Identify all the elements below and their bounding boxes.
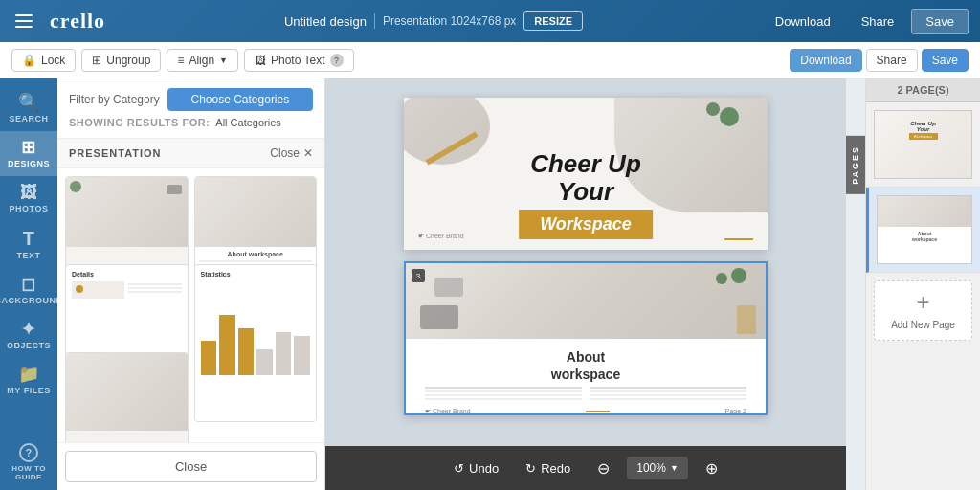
lock-button[interactable]: 🔒 Lock (11, 49, 76, 72)
align-icon: ≡ (177, 54, 184, 67)
canvas-bottom-bar: ↺ Undo ↻ Redo ⊖ 100% ▼ ⊕ (325, 446, 846, 490)
canvas-page-1[interactable]: Cheer Up Your Workspace ☛ Cheer Brand (404, 98, 768, 250)
page-thumb-inner-2: 2 Aboutworkspace (877, 195, 972, 264)
header-left: crello (11, 9, 105, 33)
photo-text-icon: 🖼 (255, 54, 266, 67)
download-button[interactable]: Download (762, 10, 844, 33)
undo-icon: ↺ (454, 461, 464, 476)
photo-text-button[interactable]: 🖼 Photo Text ? (244, 49, 353, 72)
app-logo: crello (50, 9, 105, 33)
filter-row: Filter by Category Choose Categories (69, 88, 313, 111)
design-thumb-4[interactable]: Statistics (194, 264, 318, 422)
save-button[interactable]: Save (911, 9, 969, 34)
page2-text-area: About workspace (406, 339, 766, 413)
right-panel-container: PAGES 2 PAGE(S) 1 Cheer UpYour Workspace (846, 78, 980, 490)
resize-button[interactable]: RESIZE (523, 11, 583, 31)
page2-content: 3 About workspace (406, 263, 766, 413)
page1-content: Cheer Up Your Workspace ☛ Cheer Brand (404, 98, 768, 250)
redo-button[interactable]: ↻ Redo (516, 456, 580, 481)
background-icon: ◻ (21, 276, 36, 293)
toolbar-right-actions: Download Share Save (790, 49, 969, 72)
designs-icon: ⊞ (21, 139, 36, 156)
sidebar-item-background[interactable]: ◻ BACKGROUND (0, 268, 57, 313)
text-icon: T (23, 229, 35, 248)
redo-icon: ↻ (525, 461, 536, 476)
sidebar-item-myfiles[interactable]: 📁 MY FILES (0, 358, 57, 403)
zoom-in-button[interactable]: ⊕ (696, 454, 727, 483)
app-header: crello Untitled design Presentation 1024… (0, 0, 980, 42)
page1-title-line1: Cheer Up (519, 150, 653, 178)
add-page-label: Add New Page (891, 320, 955, 330)
page2-photo-area: 3 (406, 263, 766, 338)
share-button[interactable]: Share (848, 10, 908, 33)
panel-header: Filter by Category Choose Categories SHO… (57, 78, 324, 139)
choose-categories-button[interactable]: Choose Categories (167, 88, 313, 111)
right-sidebar: 2 PAGE(S) 1 Cheer UpYour Workspace 2 (865, 78, 980, 490)
add-page-plus-icon: + (916, 291, 929, 314)
toolbar: 🔒 Lock ⊞ Ungroup ≡ Align ▼ 🖼 Photo Text … (0, 42, 980, 78)
help-icon: ? (330, 54, 344, 67)
design-size: Presentation 1024x768 px (383, 14, 516, 28)
main-body: 🔍 SEARCH ⊞ DESIGNS 🖼 PHOTOS T TEXT ◻ BAC… (0, 78, 980, 490)
sidebar-item-search[interactable]: 🔍 SEARCH (0, 86, 57, 131)
zoom-selector[interactable]: 100% ▼ (627, 457, 688, 479)
page1-title-line2: Your (519, 178, 653, 206)
header-divider (374, 13, 375, 29)
ungroup-button[interactable]: ⊞ Ungroup (81, 49, 161, 72)
objects-icon: ✦ (21, 321, 36, 338)
page2-subtitle2: workspace (551, 367, 620, 382)
hamburger-menu[interactable] (11, 11, 36, 32)
page-thumb-1[interactable]: 1 Cheer UpYour Workspace (866, 102, 980, 188)
section-title: PRESENTATION (69, 147, 162, 159)
design-thumb-5[interactable]: ThankYou (65, 352, 189, 442)
design-title: Untitled design (284, 14, 367, 29)
showing-row: SHOWING RESULTS FOR: All Categories (69, 117, 313, 128)
designs-grid: Cheer UpYour Workspace About workspace (57, 168, 324, 442)
sidebar-item-objects[interactable]: ✦ OBJECTS (0, 313, 57, 358)
howto-icon: ? (19, 443, 38, 462)
section-header: PRESENTATION Close ✕ (57, 139, 324, 168)
add-page-area[interactable]: + Add New Page (874, 280, 972, 341)
sidebar-item-howto[interactable]: ? HOW TO GUIDE (0, 435, 57, 490)
zoom-out-icon: ⊖ (597, 459, 610, 478)
photos-icon: 🖼 (20, 184, 38, 201)
align-button[interactable]: ≡ Align ▼ (167, 49, 238, 72)
filter-label: Filter by Category (69, 93, 160, 106)
sidebar-item-photos[interactable]: 🖼 PHOTOS (0, 176, 57, 221)
lock-icon: 🔒 (22, 54, 36, 67)
canvas-area: Cheer Up Your Workspace ☛ Cheer Brand (325, 78, 846, 490)
close-icon: ✕ (303, 146, 313, 160)
page2-subtitle: About (567, 349, 605, 365)
canvas-scroll: Cheer Up Your Workspace ☛ Cheer Brand (325, 78, 846, 446)
zoom-in-icon: ⊕ (705, 459, 718, 478)
showing-value: All Categories (215, 117, 280, 128)
close-section-button[interactable]: Close ✕ (270, 146, 313, 160)
canvas-page-2[interactable]: 3 About workspace (404, 261, 768, 415)
header-right: Download Share Save (762, 9, 969, 34)
pages-header: 2 PAGE(S) (866, 78, 980, 102)
myfiles-icon: 📁 (18, 366, 40, 383)
pages-vertical-tab[interactable]: PAGES (846, 136, 865, 194)
chevron-down-icon: ▼ (219, 56, 228, 65)
page-thumb-inner-1: 1 Cheer UpYour Workspace (874, 110, 972, 179)
toolbar-save-button[interactable]: Save (922, 49, 969, 72)
header-center: Untitled design Presentation 1024x768 px… (284, 11, 583, 31)
sidebar-item-designs[interactable]: ⊞ DESIGNS (0, 131, 57, 176)
showing-label: SHOWING RESULTS FOR: (69, 117, 210, 128)
sidebar-item-text[interactable]: T TEXT (0, 221, 57, 268)
close-panel-button[interactable]: Close (65, 451, 317, 482)
panel-footer: Close (57, 442, 324, 490)
toolbar-download-button[interactable]: Download (790, 49, 861, 72)
undo-button[interactable]: ↺ Undo (444, 456, 508, 481)
zoom-out-button[interactable]: ⊖ (588, 454, 619, 483)
page-thumb-2[interactable]: 2 Aboutworkspace (866, 188, 980, 273)
chevron-down-icon: ▼ (670, 463, 679, 473)
designs-panel: Filter by Category Choose Categories SHO… (57, 78, 325, 490)
left-sidebar: 🔍 SEARCH ⊞ DESIGNS 🖼 PHOTOS T TEXT ◻ BAC… (0, 78, 57, 490)
ungroup-icon: ⊞ (92, 54, 101, 67)
search-icon: 🔍 (18, 94, 40, 111)
toolbar-share-button[interactable]: Share (866, 49, 918, 72)
